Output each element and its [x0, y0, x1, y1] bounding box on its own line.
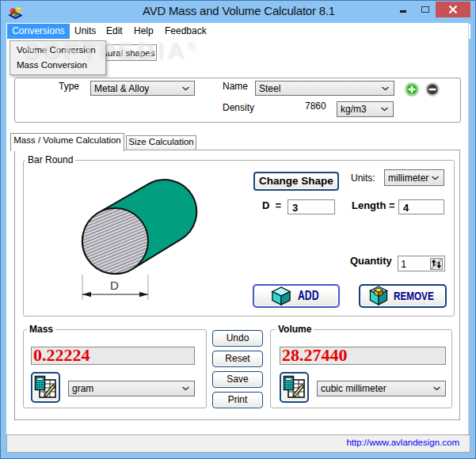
svg-text:D: D [110, 279, 119, 292]
